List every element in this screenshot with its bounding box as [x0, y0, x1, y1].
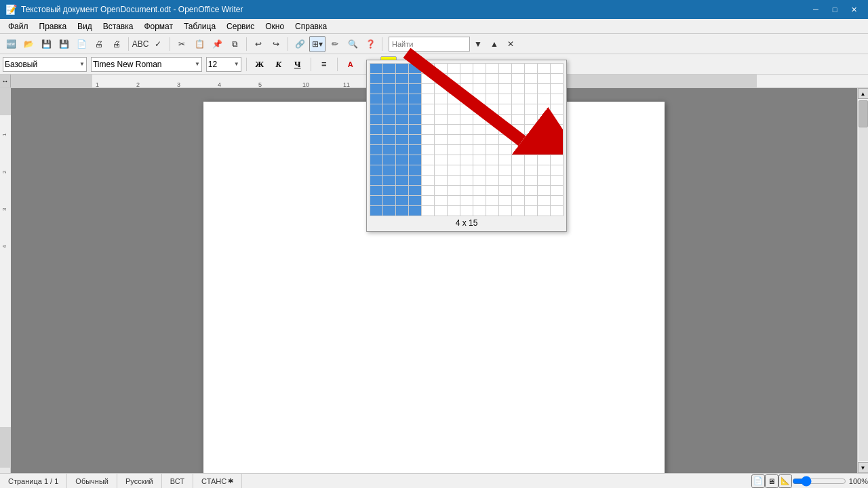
table-grid-cell[interactable] — [486, 115, 498, 124]
table-grid-cell[interactable] — [435, 64, 447, 73]
vertical-scrollbar[interactable]: ▲ ▼ — [857, 88, 868, 473]
table-grid-cell[interactable] — [409, 196, 421, 205]
print-preview-button[interactable]: 🖨 — [91, 36, 107, 52]
table-grid-cell[interactable] — [422, 135, 434, 144]
maximize-button[interactable]: □ — [826, 3, 844, 16]
table-grid-cell[interactable] — [538, 84, 550, 94]
table-grid-cell[interactable] — [396, 145, 408, 155]
underline-button[interactable]: Ч — [290, 56, 306, 73]
table-grid-cell[interactable] — [538, 145, 550, 155]
table-grid-cell[interactable] — [525, 74, 537, 83]
table-picker-grid[interactable] — [370, 63, 564, 216]
table-grid-cell[interactable] — [525, 94, 537, 104]
scroll-down-button[interactable]: ▼ — [858, 462, 869, 473]
find-down-button[interactable]: ▼ — [470, 36, 486, 52]
table-grid-cell[interactable] — [396, 84, 408, 94]
scroll-thumb-handle[interactable] — [859, 100, 868, 127]
table-grid-cell[interactable] — [486, 125, 498, 134]
size-selector[interactable]: 12 ▼ — [206, 57, 241, 72]
zoom-slider[interactable] — [792, 476, 846, 486]
table-grid-cell[interactable] — [551, 84, 563, 94]
menu-table[interactable]: Таблица — [178, 20, 221, 33]
table-grid-cell[interactable] — [409, 186, 421, 195]
table-grid-cell[interactable] — [422, 145, 434, 155]
table-grid-cell[interactable] — [435, 196, 447, 205]
table-grid-cell[interactable] — [486, 64, 498, 73]
table-grid-cell[interactable] — [370, 165, 382, 175]
table-grid-cell[interactable] — [448, 125, 460, 134]
table-grid-cell[interactable] — [448, 176, 460, 185]
find-bar-button[interactable]: 🔍 — [344, 36, 361, 52]
table-grid-cell[interactable] — [525, 84, 537, 94]
paste-button[interactable]: 📌 — [209, 36, 225, 52]
table-grid-cell[interactable] — [538, 206, 550, 216]
table-grid-cell[interactable] — [512, 84, 524, 94]
table-grid-cell[interactable] — [435, 74, 447, 83]
table-grid-cell[interactable] — [370, 206, 382, 216]
find-up-button[interactable]: ▲ — [486, 36, 502, 52]
table-grid-cell[interactable] — [473, 84, 486, 94]
table-grid-cell[interactable] — [460, 165, 473, 175]
table-grid-cell[interactable] — [525, 145, 537, 155]
draw-functions-button[interactable]: ✏ — [327, 36, 343, 52]
table-grid-cell[interactable] — [460, 64, 473, 73]
find-input[interactable] — [389, 37, 470, 52]
table-grid-cell[interactable] — [370, 125, 382, 134]
table-grid-cell[interactable] — [551, 115, 563, 124]
table-grid-cell[interactable] — [486, 196, 498, 205]
table-grid-cell[interactable] — [538, 155, 550, 165]
table-grid-cell[interactable] — [473, 115, 486, 124]
table-grid-cell[interactable] — [486, 155, 498, 165]
table-grid-cell[interactable] — [512, 135, 524, 144]
align-button[interactable]: ≡ — [316, 56, 332, 73]
table-grid-cell[interactable] — [448, 165, 460, 175]
table-grid-cell[interactable] — [422, 125, 434, 134]
table-grid-cell[interactable] — [370, 115, 382, 124]
table-grid-cell[interactable] — [551, 135, 563, 144]
table-grid-cell[interactable] — [512, 206, 524, 216]
table-grid-cell[interactable] — [551, 125, 563, 134]
table-grid-cell[interactable] — [499, 64, 511, 73]
table-grid-cell[interactable] — [512, 64, 524, 73]
table-grid-cell[interactable] — [486, 186, 498, 195]
table-grid-cell[interactable] — [551, 155, 563, 165]
table-grid-cell[interactable] — [396, 206, 408, 216]
table-picker-popup[interactable]: 4 x 15 — [366, 60, 567, 232]
table-grid-cell[interactable] — [435, 186, 447, 195]
table-grid-cell[interactable] — [422, 64, 434, 73]
status-display-icon[interactable]: 🖥 — [765, 474, 778, 488]
table-grid-cell[interactable] — [460, 125, 473, 134]
table-grid-cell[interactable] — [460, 104, 473, 114]
style-selector[interactable]: Базовый ▼ — [3, 57, 87, 72]
table-grid-cell[interactable] — [448, 196, 460, 205]
table-grid-cell[interactable] — [538, 176, 550, 185]
table-grid-cell[interactable] — [422, 196, 434, 205]
table-grid-cell[interactable] — [486, 74, 498, 83]
table-grid-cell[interactable] — [473, 135, 486, 144]
table-grid-cell[interactable] — [499, 155, 511, 165]
table-grid-cell[interactable] — [538, 74, 550, 83]
table-grid-cell[interactable] — [551, 94, 563, 104]
table-grid-cell[interactable] — [383, 176, 395, 185]
status-zoom-icon[interactable]: 📐 — [778, 474, 792, 488]
menu-edit[interactable]: Правка — [34, 20, 73, 33]
table-grid-cell[interactable] — [422, 84, 434, 94]
table-grid-cell[interactable] — [551, 145, 563, 155]
table-grid-cell[interactable] — [473, 155, 486, 165]
table-grid-cell[interactable] — [525, 64, 537, 73]
table-grid-cell[interactable] — [525, 196, 537, 205]
table-grid-cell[interactable] — [538, 104, 550, 114]
table-grid-cell[interactable] — [473, 165, 486, 175]
new-button[interactable]: 🆕 — [3, 36, 19, 52]
table-grid-cell[interactable] — [370, 74, 382, 83]
table-grid-cell[interactable] — [396, 186, 408, 195]
table-grid-cell[interactable] — [551, 206, 563, 216]
table-grid-cell[interactable] — [422, 104, 434, 114]
table-grid-cell[interactable] — [448, 104, 460, 114]
table-grid-cell[interactable] — [396, 104, 408, 114]
table-grid-cell[interactable] — [448, 145, 460, 155]
table-grid-cell[interactable] — [473, 206, 486, 216]
table-grid-cell[interactable] — [370, 104, 382, 114]
table-grid-cell[interactable] — [499, 145, 511, 155]
table-grid-cell[interactable] — [499, 94, 511, 104]
